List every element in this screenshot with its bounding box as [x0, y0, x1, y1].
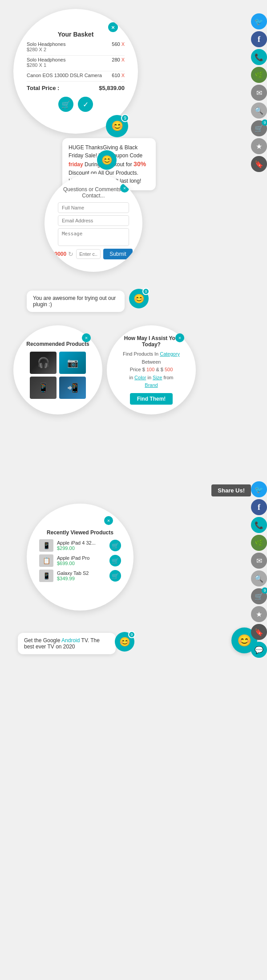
email-input[interactable]	[58, 215, 129, 226]
remove-item-button[interactable]: X	[121, 57, 125, 62]
product-thumb-camera[interactable]: 📷	[59, 352, 86, 374]
social-sidebar-bottom: 🐦 f 📞 🌿 ✉ 🔍 🛒 9 ★ 🔖 💬	[251, 481, 267, 658]
find-brand-link[interactable]: Brand	[145, 382, 158, 388]
recently-viewed-panel: × Recently Viewed Products 📱 Apple iPad …	[27, 504, 134, 611]
recent-name-ipadpro: Apple iPad Pro	[57, 555, 106, 561]
basket-total-value: $5,839.00	[99, 85, 125, 91]
basket-item-name: Solo Headphones$280 X 2	[27, 41, 65, 52]
star-button[interactable]: ★	[251, 138, 267, 154]
facebook-icon: f	[258, 35, 260, 44]
bottom-twitter-icon: 🐦	[255, 485, 263, 494]
basket-cart-button[interactable]: 🛒	[58, 97, 73, 112]
recent-name-galaxy: Galaxy Tab S2	[57, 570, 106, 576]
awesome-avatar[interactable]: 😊 9	[129, 289, 149, 308]
bottom-chat-face-icon: 😊	[119, 636, 130, 647]
find-panel: × How May I Assist You Today? Find Produ…	[107, 325, 196, 414]
facebook-button[interactable]: f	[251, 31, 267, 47]
remove-item-button[interactable]: X	[121, 41, 125, 47]
bookmark-button[interactable]: 🔖	[251, 156, 267, 172]
recent-cart-ipadpro[interactable]: 🛒	[109, 555, 121, 566]
bottom-bookmark-button[interactable]: 🔖	[251, 624, 267, 640]
search-button[interactable]: 🔍	[251, 103, 267, 119]
bottom-chat-sidebar-icon: 💬	[255, 646, 263, 654]
bottom-plant-button[interactable]: 🌿	[251, 535, 267, 551]
plant-icon: 🌿	[255, 71, 263, 79]
basket-item-price: 610 X	[112, 73, 125, 78]
basket-checkout-button[interactable]: ✓	[78, 97, 93, 112]
basket-total-label: Total Price :	[27, 85, 59, 91]
awesome-badge: 9	[142, 288, 150, 295]
awesome-chat-icon: 😊	[134, 293, 145, 304]
big-chat-face-icon: 😊	[237, 634, 251, 648]
chat-avatar-1[interactable]: 😊 9	[106, 115, 128, 137]
basket-item-price: 560 X	[112, 41, 125, 47]
find-button[interactable]: Find Them!	[130, 393, 173, 405]
submit-button[interactable]: Submit	[103, 249, 132, 259]
message-input[interactable]	[58, 228, 129, 246]
email-button[interactable]: ✉	[251, 85, 267, 101]
recent-item: 📱 Galaxy Tab S2 $349.99 🛒	[39, 570, 121, 582]
basket-item: Solo Headphones$280 X 1 280 X	[27, 57, 125, 68]
phone-button[interactable]: 📞	[251, 49, 267, 65]
basket-total: Total Price : $5,839.00	[27, 85, 125, 91]
find-text: Find Products In Category Between Price …	[116, 350, 187, 390]
tablet2-icon: 📲	[67, 382, 78, 393]
find-size-link[interactable]: Size	[153, 375, 162, 380]
share-banner: Share Us!	[211, 484, 251, 496]
bottom-chat-sidebar-button[interactable]: 💬	[251, 642, 267, 658]
bottom-star-button[interactable]: ★	[251, 606, 267, 622]
bottom-twitter-button[interactable]: 🐦	[251, 481, 267, 497]
bottom-plant-icon: 🌿	[255, 539, 263, 547]
find-price2: 500	[165, 367, 173, 372]
bottom-email-button[interactable]: ✉	[251, 553, 267, 569]
product-thumb-tablet[interactable]: 📱	[30, 377, 57, 399]
product-thumb-tablet2[interactable]: 📲	[59, 377, 86, 399]
bottom-cart-icon: 🛒	[255, 592, 263, 601]
captcha-input[interactable]	[76, 249, 101, 259]
notif-chat-icon: 😊	[101, 155, 113, 165]
bottom-search-icon: 🔍	[255, 574, 263, 583]
recent-price-galaxy: $349.99	[57, 576, 106, 581]
contact-footer: 9000 ↻ Submit	[54, 249, 132, 259]
cart-button[interactable]: 🛒 9	[251, 120, 267, 136]
bottom-cart-button[interactable]: 🛒 9	[251, 588, 267, 604]
recent-close-button[interactable]: ×	[104, 516, 113, 525]
captcha-refresh-icon[interactable]: ↻	[68, 250, 73, 258]
recent-thumb-galaxy: 📱	[39, 570, 53, 582]
bottom-phone-icon: 📞	[255, 521, 263, 529]
find-category-link[interactable]: Category	[160, 351, 180, 357]
basket-item-name: Canon EOS 1300D DSLR Camera	[27, 73, 102, 78]
notif-avatar[interactable]: 😊	[97, 150, 117, 170]
basket-title: Your Basket	[58, 31, 94, 38]
twitter-icon: 🐦	[255, 17, 263, 26]
products-section: × Recommended Products 🎧 📷 📱 📲 × How May…	[13, 325, 196, 414]
recent-cart-galaxy[interactable]: 🛒	[109, 570, 121, 582]
plant-button[interactable]: 🌿	[251, 67, 267, 83]
product-thumb-headphones[interactable]: 🎧	[30, 352, 57, 374]
chat-badge-1: 9	[121, 114, 129, 122]
recommended-products-panel: × Recommended Products 🎧 📷 📱 📲	[13, 325, 102, 414]
bottom-chat-bubble: Get the Google Android TV. The best ever…	[18, 633, 116, 654]
notif-code: friday	[69, 161, 83, 168]
bottom-search-button[interactable]: 🔍	[251, 570, 267, 586]
recent-cart-ipad4[interactable]: 🛒	[109, 540, 121, 551]
basket-close-button[interactable]: ×	[108, 22, 118, 32]
chat-face-icon: 😊	[111, 120, 123, 132]
products-close-button[interactable]: ×	[82, 333, 91, 342]
basket-item-price: 280 X	[112, 57, 125, 62]
full-name-input[interactable]	[58, 202, 129, 213]
bottom-phone-button[interactable]: 📞	[251, 517, 267, 533]
bottom-star-icon: ★	[256, 610, 262, 619]
remove-item-button[interactable]: X	[121, 73, 125, 78]
twitter-button[interactable]: 🐦	[251, 13, 267, 29]
bottom-chat-avatar[interactable]: 😊 9	[115, 632, 134, 652]
basket-item-name: Solo Headphones$280 X 1	[27, 57, 65, 68]
tablet-icon: 📱	[38, 382, 49, 393]
find-close-button[interactable]: ×	[175, 333, 184, 342]
contact-close-button[interactable]: ×	[120, 184, 129, 193]
recent-item: 📋 Apple iPad Pro $699.00 🛒	[39, 554, 121, 567]
bottom-facebook-icon: f	[258, 503, 260, 512]
find-color-link[interactable]: Color	[134, 375, 146, 380]
contact-panel: × Questions or Comments? Contact... 9000…	[44, 174, 142, 272]
bottom-facebook-button[interactable]: f	[251, 499, 267, 515]
